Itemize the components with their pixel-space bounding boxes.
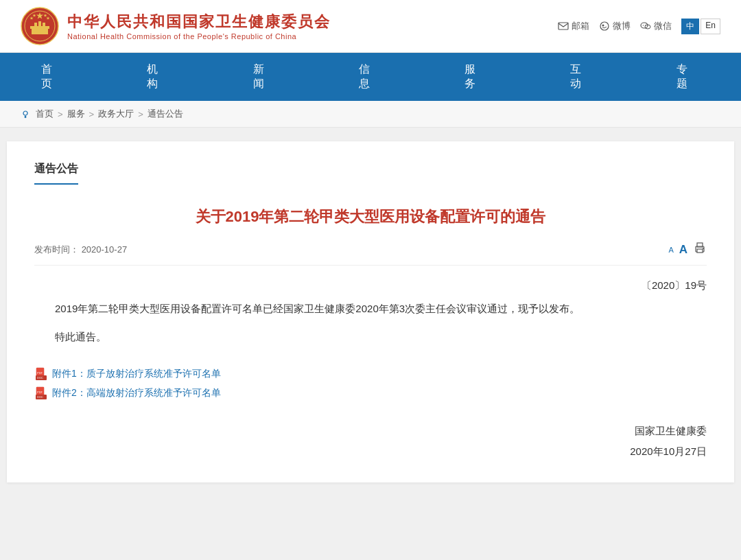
article-tools: A A: [668, 242, 707, 258]
svg-point-17: [643, 25, 644, 25]
svg-rect-4: [34, 23, 37, 28]
article-meta: 发布时间： 2020-10-27 A A: [34, 242, 707, 266]
weibo-link[interactable]: 微博: [599, 20, 631, 32]
email-link[interactable]: 邮箱: [558, 20, 589, 32]
body-paragraph-1: 2019年第二轮甲类大型医用设备配置许可名单已经国家卫生健康委2020年第3次委…: [34, 299, 707, 319]
breadcrumb-current: 通告公告: [148, 108, 183, 120]
footer-org: 国家卫生健康委: [34, 421, 707, 441]
weixin-link[interactable]: 微信: [640, 20, 672, 32]
breadcrumb-gov-hall[interactable]: 政务大厅: [98, 108, 134, 120]
body-paragraph-2: 特此通告。: [34, 327, 707, 347]
article-footer: 国家卫生健康委 2020年10月27日: [34, 421, 707, 462]
attachment-label-1: 附件1：质子放射治疗系统准予许可名单: [52, 368, 221, 380]
org-title-block: 中华人民共和国国家卫生健康委员会 National Health Commiss…: [67, 12, 331, 40]
svg-rect-12: [558, 23, 568, 30]
svg-rect-6: [43, 23, 45, 28]
svg-point-23: [703, 248, 704, 249]
svg-rect-22: [697, 249, 703, 253]
nav-home[interactable]: 首页: [0, 53, 106, 101]
weibo-icon: [599, 21, 610, 32]
breadcrumb-service[interactable]: 服务: [67, 108, 85, 120]
svg-rect-5: [38, 21, 41, 28]
nav-service[interactable]: 服务: [423, 53, 529, 101]
language-switcher[interactable]: 中 En: [681, 19, 720, 34]
nav-info[interactable]: 信息: [318, 53, 423, 101]
publish-date: 2020-10-27: [82, 244, 128, 255]
print-icon: [693, 242, 707, 255]
attachment-icon-1: PDF DOC: [34, 367, 48, 381]
svg-text:DOC: DOC: [37, 376, 43, 380]
attachment-label-2: 附件2：高端放射治疗系统准予许可名单: [52, 387, 221, 399]
doc-number: 〔2020〕19号: [34, 279, 707, 292]
breadcrumb-sep-1: >: [58, 109, 63, 119]
nav-news[interactable]: 新闻: [212, 53, 318, 101]
attachment-item-2[interactable]: PDF DOC 附件2：高端放射治疗系统准予许可名单: [34, 386, 707, 400]
attachment-item-1[interactable]: PDF DOC 附件1：质子放射治疗系统准予许可名单: [34, 367, 707, 381]
org-title-en: National Health Commission of the People…: [67, 32, 331, 40]
publish-label: 发布时间：: [34, 244, 79, 255]
lang-zh-button[interactable]: 中: [681, 19, 699, 34]
font-increase-button[interactable]: A: [679, 243, 687, 257]
breadcrumb: 首页 > 服务 > 政务大厅 > 通告公告: [0, 101, 741, 128]
email-label: 邮箱: [572, 20, 589, 32]
main-nav: 首页 机构 新闻 信息 服务 互动 专题: [0, 53, 741, 101]
nav-special[interactable]: 专题: [635, 53, 741, 101]
svg-point-14: [602, 25, 604, 27]
attachment-icon-2: PDF DOC: [34, 386, 48, 400]
breadcrumb-sep-3: >: [138, 109, 143, 119]
org-title-cn: 中华人民共和国国家卫生健康委员会: [67, 12, 331, 32]
lang-en-button[interactable]: En: [701, 19, 720, 34]
header-tools: 邮箱 微博 微信 中 En: [558, 19, 720, 34]
attachments-list: PDF DOC 附件1：质子放射治疗系统准予许可名单 PDF DOC 附件2：高…: [34, 367, 707, 400]
svg-text:DOC: DOC: [37, 395, 43, 399]
national-emblem: [21, 7, 59, 45]
email-icon: [558, 21, 569, 32]
breadcrumb-home[interactable]: 首页: [36, 108, 54, 120]
font-decrease-button[interactable]: A: [668, 246, 673, 254]
svg-point-18: [645, 25, 646, 25]
svg-point-13: [600, 22, 609, 30]
nav-org[interactable]: 机构: [106, 53, 211, 101]
weibo-label: 微博: [613, 20, 631, 32]
site-header: 中华人民共和国国家卫生健康委员会 National Health Commiss…: [0, 0, 741, 53]
nav-interaction[interactable]: 互动: [529, 53, 635, 101]
location-icon: [21, 109, 30, 119]
weixin-label: 微信: [654, 20, 672, 32]
print-button[interactable]: [693, 242, 707, 258]
svg-text:PDF: PDF: [37, 371, 43, 375]
breadcrumb-sep-2: >: [89, 109, 95, 119]
svg-text:PDF: PDF: [37, 390, 43, 394]
svg-point-19: [23, 111, 27, 115]
article-title: 关于2019年第二轮甲类大型医用设备配置许可的通告: [34, 205, 707, 228]
section-title: 通告公告: [34, 162, 78, 185]
main-content: 通告公告 关于2019年第二轮甲类大型医用设备配置许可的通告 发布时间： 202…: [7, 141, 734, 482]
footer-date: 2020年10月27日: [34, 441, 707, 462]
publish-info: 发布时间： 2020-10-27: [34, 244, 127, 256]
weixin-icon: [640, 21, 651, 32]
logo-area: 中华人民共和国国家卫生健康委员会 National Health Commiss…: [21, 7, 331, 45]
article-body: 2019年第二轮甲类大型医用设备配置许可名单已经国家卫生健康委2020年第3次委…: [34, 299, 707, 347]
svg-point-15: [641, 23, 648, 28]
